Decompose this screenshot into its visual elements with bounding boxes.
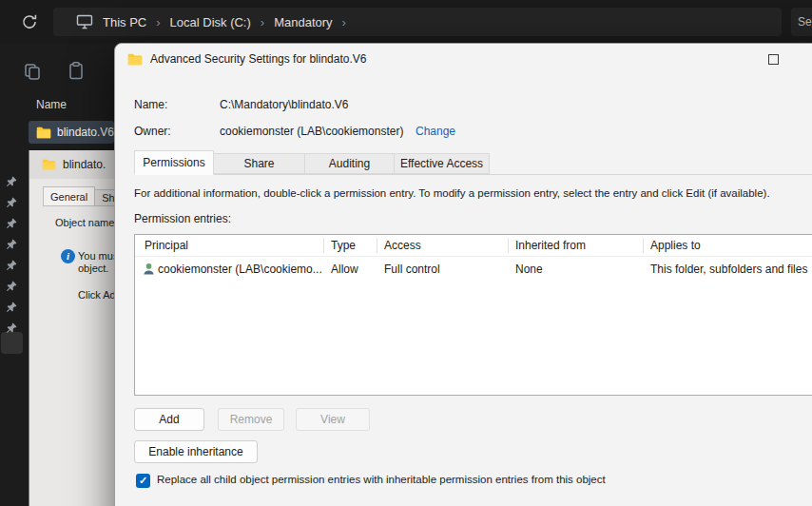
col-header-type[interactable]: Type bbox=[331, 235, 356, 256]
dialog-title: Advanced Security Settings for blindato.… bbox=[150, 52, 366, 66]
cell-inherited-from: None bbox=[515, 258, 543, 281]
properties-tabs: General Sha bbox=[43, 186, 114, 206]
dialog-title-bar: Advanced Security Settings for blindato.… bbox=[115, 44, 812, 74]
address-bar[interactable]: This PC › Local Disk (C:) › Mandatory › bbox=[53, 8, 782, 36]
folder-icon bbox=[127, 53, 143, 66]
tab-auditing[interactable]: Auditing bbox=[305, 153, 395, 174]
tab-share[interactable]: Share bbox=[214, 153, 305, 174]
paste-icon[interactable] bbox=[67, 61, 86, 80]
pin-icon[interactable] bbox=[6, 174, 17, 185]
table-header: Principal Type Access Inherited from App… bbox=[135, 235, 812, 257]
chevron-right-icon: › bbox=[342, 15, 346, 29]
tab-permissions[interactable]: Permissions bbox=[134, 150, 214, 175]
search-box[interactable]: Sea bbox=[791, 8, 812, 36]
pin-icon[interactable] bbox=[6, 279, 17, 290]
name-column-header[interactable]: Name bbox=[36, 98, 67, 111]
view-button[interactable]: View bbox=[296, 408, 370, 431]
file-row-blindato[interactable]: blindato.V6 bbox=[29, 121, 114, 144]
copy-icon[interactable] bbox=[23, 62, 42, 81]
advanced-security-dialog: Advanced Security Settings for blindato.… bbox=[114, 43, 812, 506]
instruction-text: For additional information, double-click… bbox=[134, 187, 770, 199]
breadcrumb-this-pc[interactable]: This PC bbox=[93, 15, 156, 29]
replace-permissions-label[interactable]: Replace all child object permission entr… bbox=[157, 474, 606, 485]
folder-icon bbox=[42, 159, 56, 170]
cell-applies-to: This folder, subfolders and files bbox=[650, 258, 807, 281]
pin-icon[interactable] bbox=[6, 321, 17, 332]
pin-icon[interactable] bbox=[6, 195, 17, 206]
breadcrumb-local-disk[interactable]: Local Disk (C:) bbox=[161, 15, 261, 29]
info-text-line1: You mus bbox=[78, 250, 114, 262]
owner-label: Owner: bbox=[134, 125, 171, 138]
name-value: C:\Mandatory\blindato.V6 bbox=[220, 98, 348, 111]
permission-entries-table: Principal Type Access Inherited from App… bbox=[134, 234, 812, 396]
security-tabs: Permissions Share Auditing Effective Acc… bbox=[134, 150, 812, 175]
permission-entries-label: Permission entries: bbox=[134, 212, 231, 225]
owner-value: cookiemonster (LAB\cookiemonster) bbox=[220, 125, 403, 138]
col-header-inherited-from[interactable]: Inherited from bbox=[515, 235, 586, 256]
pin-icon[interactable] bbox=[6, 216, 17, 227]
file-name: blindato.V6 bbox=[57, 126, 114, 139]
tab-effective-access[interactable]: Effective Access bbox=[395, 153, 490, 174]
folder-icon bbox=[36, 126, 51, 139]
col-header-applies-to[interactable]: Applies to bbox=[650, 235, 701, 256]
user-avatar-icon bbox=[142, 262, 156, 276]
properties-title: blindato. bbox=[63, 158, 106, 171]
replace-permissions-checkbox[interactable]: ✓ bbox=[136, 474, 150, 488]
enable-inheritance-button[interactable]: Enable inheritance bbox=[134, 440, 258, 463]
info-text-line2: object. bbox=[78, 263, 108, 274]
name-label: Name: bbox=[134, 98, 167, 111]
cell-principal: cookiemonster (LAB\cookiemo... bbox=[158, 258, 322, 281]
col-header-access[interactable]: Access bbox=[384, 235, 421, 256]
tab-sharing[interactable]: Sha bbox=[95, 189, 114, 206]
explorer-title-bar: This PC › Local Disk (C:) › Mandatory › … bbox=[0, 0, 812, 44]
maximize-icon[interactable] bbox=[762, 49, 784, 69]
remove-button[interactable]: Remove bbox=[218, 408, 284, 431]
info-icon: i bbox=[61, 249, 75, 263]
this-pc-icon bbox=[76, 14, 93, 29]
properties-title-bar: blindato. bbox=[29, 150, 114, 179]
refresh-icon[interactable] bbox=[21, 13, 38, 30]
info-text-line3: Click Ad bbox=[78, 289, 114, 301]
pin-icon[interactable] bbox=[6, 300, 17, 311]
col-header-principal[interactable]: Principal bbox=[145, 235, 188, 256]
object-name-label: Object name: bbox=[55, 217, 114, 228]
pin-icon[interactable] bbox=[6, 237, 17, 248]
table-row[interactable]: cookiemonster (LAB\cookiemo... Allow Ful… bbox=[135, 258, 812, 281]
breadcrumb-mandatory[interactable]: Mandatory bbox=[264, 15, 341, 29]
cell-type: Allow bbox=[331, 258, 358, 281]
nav-selected-item[interactable] bbox=[1, 332, 23, 354]
tab-general[interactable]: General bbox=[43, 186, 95, 206]
pin-icon[interactable] bbox=[6, 258, 17, 269]
add-button[interactable]: Add bbox=[134, 408, 204, 431]
change-owner-link[interactable]: Change bbox=[416, 125, 455, 138]
cell-access: Full control bbox=[384, 258, 440, 281]
properties-dialog: blindato. General Sha Object name: i You… bbox=[29, 150, 114, 506]
